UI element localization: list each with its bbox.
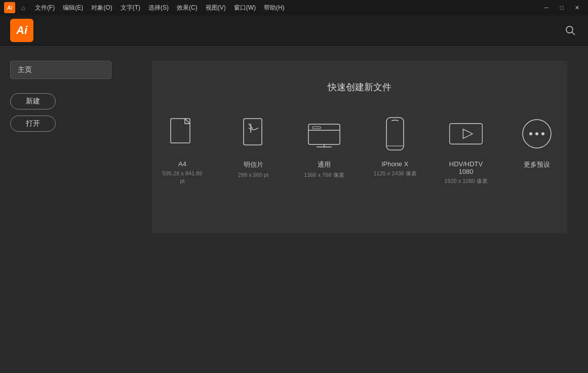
menu-bar: 文件(F) 编辑(E) 对象(O) 文字(T) 选择(S) 效果(C) 视图(V…	[31, 3, 288, 13]
title-bar-ai-icon: Ai	[4, 2, 15, 13]
svg-rect-10	[386, 118, 404, 150]
menu-effect[interactable]: 效果(C)	[173, 3, 201, 13]
template-postcard-icon	[235, 114, 271, 154]
template-web-size: 1366 x 768 像素	[304, 171, 344, 179]
template-video-size: 1920 x 1080 像素	[444, 177, 488, 185]
template-more-name: 更多预设	[524, 160, 550, 169]
menu-select[interactable]: 选择(S)	[145, 3, 172, 13]
open-button[interactable]: 打开	[10, 116, 56, 132]
template-web-name: 通用	[318, 160, 331, 169]
menu-file[interactable]: 文件(F)	[31, 3, 58, 13]
template-video[interactable]: HDV/HDTV 1080 1920 x 1080 像素	[443, 114, 489, 185]
template-grid: A4 595.28 x 841.89 pt 明信片 288 x 56	[160, 114, 560, 185]
svg-point-0	[566, 26, 573, 33]
search-icon[interactable]	[563, 23, 578, 38]
template-a4[interactable]: A4 595.28 x 841.89 pt	[160, 114, 205, 185]
template-a4-icon	[164, 114, 201, 154]
title-bar-home-icon[interactable]: ⌂	[18, 3, 28, 13]
svg-marker-13	[463, 129, 472, 138]
content-area: 快速创建新文件 A4 595.28 x 841.89 pt	[132, 46, 588, 373]
svg-rect-5	[308, 124, 340, 144]
svg-rect-7	[312, 127, 321, 129]
template-a4-name: A4	[178, 160, 186, 168]
template-iphone-name: iPhone X	[382, 160, 409, 168]
quick-create-panel: 快速创建新文件 A4 595.28 x 841.89 pt	[152, 61, 567, 233]
menu-window[interactable]: 窗口(W)	[230, 3, 259, 13]
new-button[interactable]: 新建	[10, 93, 56, 109]
template-a4-size: 595.28 x 841.89 pt	[160, 170, 205, 185]
template-iphone-size: 1125 x 2436 像素	[373, 170, 417, 177]
title-bar: Ai ⌂ 文件(F) 编辑(E) 对象(O) 文字(T) 选择(S) 效果(C)…	[0, 0, 588, 15]
minimize-button[interactable]: ─	[539, 3, 554, 13]
svg-rect-12	[450, 124, 483, 144]
template-web-icon	[306, 114, 342, 154]
template-video-name: HDV/HDTV 1080	[443, 160, 489, 175]
svg-point-15	[529, 132, 532, 135]
template-more[interactable]: 更多预设	[514, 114, 560, 171]
template-postcard-name: 明信片	[244, 160, 263, 169]
template-postcard-size: 288 x 560 pt	[238, 171, 269, 179]
close-button[interactable]: ✕	[570, 3, 584, 13]
template-web[interactable]: 通用 1366 x 768 像素	[301, 114, 347, 179]
maximize-button[interactable]: □	[555, 3, 569, 13]
menu-help[interactable]: 帮助(H)	[260, 3, 288, 13]
menu-view[interactable]: 视图(V)	[202, 3, 229, 13]
template-video-icon	[448, 114, 484, 154]
menu-text[interactable]: 文字(T)	[117, 3, 144, 13]
template-iphone[interactable]: iPhone X 1125 x 2436 像素	[372, 114, 418, 177]
svg-line-1	[572, 32, 575, 35]
template-iphone-icon	[377, 114, 413, 154]
menu-object[interactable]: 对象(O)	[88, 3, 115, 13]
ai-logo: Ai	[10, 19, 33, 42]
quick-create-title: 快速创建新文件	[328, 81, 391, 93]
sidebar-home-label: 主页	[10, 61, 111, 79]
sidebar: 主页 新建 打开	[0, 46, 132, 373]
template-more-icon	[519, 114, 555, 154]
menu-edit[interactable]: 编辑(E)	[59, 3, 87, 13]
svg-point-17	[541, 132, 544, 135]
title-bar-controls: ─ □ ✕	[539, 3, 584, 13]
header-bar: Ai	[0, 15, 588, 46]
svg-rect-3	[244, 119, 262, 145]
svg-rect-2	[171, 119, 190, 143]
title-bar-left: Ai ⌂ 文件(F) 编辑(E) 对象(O) 文字(T) 选择(S) 效果(C)…	[4, 2, 288, 13]
template-postcard[interactable]: 明信片 288 x 560 pt	[230, 114, 276, 179]
svg-point-16	[535, 132, 538, 135]
main-layout: 主页 新建 打开 快速创建新文件 A4 595.28 x 841	[0, 46, 588, 373]
